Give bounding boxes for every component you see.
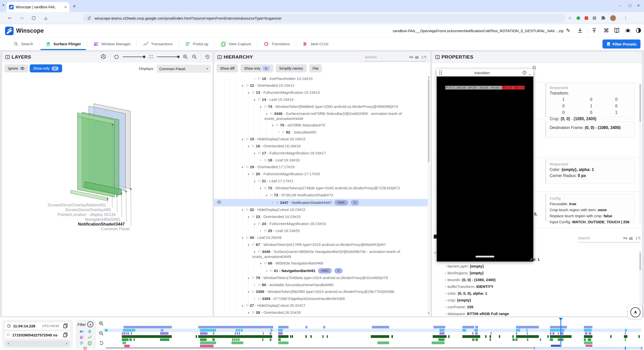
properties-tree-scrollbar[interactable]: ▼ [639,250,641,313]
timeline-segment[interactable] [490,335,491,338]
new-tab-icon[interactable]: + [72,3,76,9]
timeline-range-selection[interactable] [534,347,642,349]
timeline-segment[interactable] [527,332,528,335]
timeline-segment[interactable] [584,329,592,332]
timeline-segment[interactable] [134,338,135,341]
timeline-segment[interactable] [589,332,591,335]
timeline-segment[interactable] [123,341,126,344]
expand-arrow-icon[interactable]: ▾ [252,222,257,227]
timeline-segment[interactable] [128,332,129,335]
copy-icon[interactable] [63,323,68,329]
expand-arrow-icon[interactable]: ▾ [246,290,251,294]
protolog-trace-icon[interactable] [79,341,84,345]
forward-icon[interactable]: → [18,15,25,22]
hierarchy-row[interactable]: ▾⚐21 - Leaf:17:17#21 [214,178,428,185]
hierarchy-row[interactable]: •⚐82 - StatusBar#82 [214,129,428,136]
timeline-segment[interactable] [236,329,238,332]
hierarchy-row[interactable]: •⚐25 - Leaf:18:23#25 [214,228,428,234]
window-manager-trace-icon[interactable] [79,335,84,339]
timeline-segment[interactable] [585,332,587,335]
expand-arrow-icon[interactable]: ▾ [240,208,245,212]
timeline-segment[interactable] [263,332,264,335]
timeline-segment[interactable] [212,338,215,341]
timeline-segment[interactable] [323,335,324,338]
property-tree-row[interactable]: •currFrame: 155 [444,304,636,311]
timeline-segment[interactable] [122,338,129,341]
simplify-names-button[interactable]: Simplify names [276,64,307,72]
timeline-segment[interactable] [278,326,289,328]
expand-arrow-icon[interactable]: ▾ [246,172,251,177]
timeline-segment[interactable] [124,326,172,328]
timeline-segment[interactable] [234,338,235,341]
url-text[interactable]: winscope.teams.x20web.corp.google.com/pr… [95,16,282,20]
timeline-segment[interactable] [610,335,612,338]
bookmark-star-icon[interactable]: ☆ [567,15,574,22]
timeline-segment[interactable] [448,335,450,338]
extension-red-icon[interactable] [585,16,588,20]
hierarchy-search-input[interactable]: Search Aa ab (.*) [364,53,426,61]
show-only-v-button[interactable]: Show only V [30,64,62,72]
flat-button[interactable]: Flat [309,64,322,72]
extensions-puzzle-icon[interactable] [601,16,606,22]
timeline-segment[interactable] [238,329,240,332]
hierarchy-row[interactable]: ▾⚐23 - OneHanded:18:23#23 [214,213,428,221]
timeline-segment[interactable] [213,332,214,335]
timeline-segment[interactable] [278,329,283,332]
timeline-segment[interactable] [270,332,271,335]
hierarchy-row[interactable]: ▾⚐75 - ed70f88 StatusBar#75 [214,122,428,129]
timeline-segment[interactable] [462,329,466,332]
timeline-segment[interactable] [327,335,328,338]
timeline-segment[interactable] [512,338,515,341]
timeline-range-track[interactable] [106,347,534,348]
tab-jank-cujs[interactable]: Jank CUJs [296,38,335,50]
timeline-segment[interactable] [124,345,130,347]
copy-icon[interactable] [63,332,68,338]
timeline-segment[interactable] [238,338,239,341]
rotation-icon[interactable] [114,54,119,60]
browser-tab[interactable]: Winscope | sandbox-FAIL ✕ [7,2,69,12]
transitions-trace-icon[interactable] [83,346,87,350]
property-tree-row[interactable]: •color: (0, 0, 0), alpha: 1 [444,290,636,297]
timeline-segment[interactable] [547,335,549,338]
regex-icon[interactable]: (.*) [636,236,640,240]
timeline-segment[interactable] [625,332,626,335]
timeline-segment[interactable] [278,338,281,341]
timeline-segment[interactable] [550,329,565,332]
expand-arrow-icon[interactable]: ▾ [240,304,245,308]
tab-protolog[interactable]: ProtoLog [179,38,214,50]
timeline-segment[interactable] [475,332,478,335]
timeline-segment[interactable] [323,326,325,328]
timeline-segment[interactable] [310,335,312,338]
collapse-panel-icon[interactable] [217,55,222,60]
timeline-segment[interactable] [526,329,528,332]
range-right-handle[interactable] [641,347,642,349]
timeline-segment[interactable] [123,329,135,332]
property-tree-row[interactable]: •crop: {empty} [444,297,636,304]
expand-arrow-icon[interactable]: ▾ [252,250,257,254]
timeline-segment[interactable] [105,329,108,332]
expand-arrow-icon[interactable]: ▾ [246,215,251,220]
extension-gray-icon[interactable] [593,16,596,20]
timeline-segment[interactable] [550,332,551,335]
show-only-v-button[interactable]: Show onlyV [240,64,273,72]
properties-scrollbar[interactable] [639,83,641,224]
expand-arrow-icon[interactable]: ▾ [270,123,275,128]
timeline-segment[interactable] [462,326,474,328]
hierarchy-row[interactable]: ▾⚐79 - WindowToken{7046b4a type=2024 and… [214,275,428,282]
timeline-segment[interactable] [241,329,243,332]
timeline-segment[interactable] [371,335,389,338]
rotation-slider[interactable] [123,57,145,57]
properties-search-input[interactable]: Search Aa ab (.*) [578,234,640,242]
timeline-segment[interactable] [200,329,216,332]
hierarchy-row[interactable]: ▾⚐74 - WindowToken{fdddbe6 type=2000 and… [214,103,428,110]
zoom-out-icon[interactable] [192,54,197,60]
reload-icon[interactable] [30,15,37,22]
scroll-up-icon[interactable]: ▲ [428,76,430,78]
timeline-segment[interactable] [550,326,567,328]
prev-entry-icon[interactable]: ‹ [8,341,9,346]
timeline-segment[interactable] [527,338,528,341]
timeline-segment[interactable] [625,338,626,341]
resize-handle-icon[interactable] [529,257,533,261]
hierarchy-row[interactable]: ▾⚐73 - 8736138 NotificationShade#73 [214,192,428,199]
tab-search[interactable]: Search [8,38,39,50]
